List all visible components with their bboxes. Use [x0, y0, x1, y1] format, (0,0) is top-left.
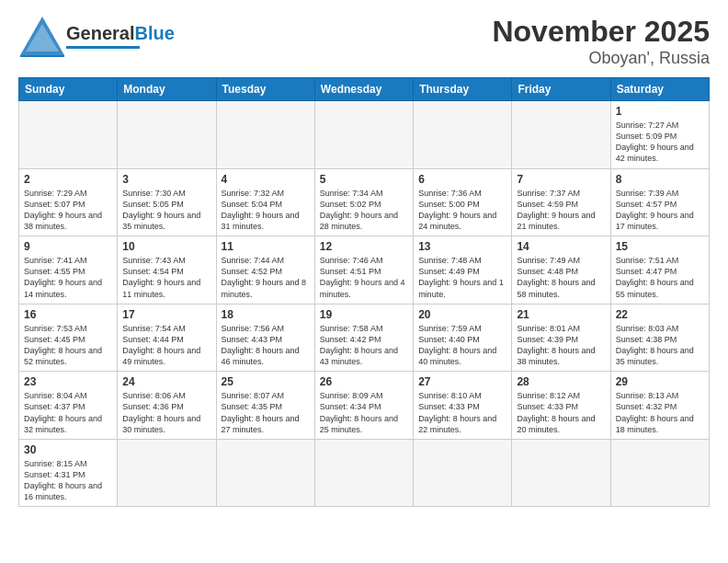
day-info: Sunrise: 7:39 AMSunset: 4:57 PMDaylight:…: [616, 188, 704, 233]
day-info: Sunrise: 8:10 AMSunset: 4:33 PMDaylight:…: [418, 390, 506, 435]
day-number: 25: [222, 375, 310, 388]
day-number: 18: [222, 308, 310, 321]
table-row: 10Sunrise: 7:43 AMSunset: 4:54 PMDayligh…: [118, 236, 216, 304]
day-info: Sunrise: 7:44 AMSunset: 4:52 PMDaylight:…: [222, 255, 310, 300]
day-number: 29: [616, 375, 704, 388]
logo-underline: [66, 46, 140, 49]
day-info: Sunrise: 7:41 AMSunset: 4:55 PMDaylight:…: [24, 255, 112, 300]
table-row: 26Sunrise: 8:09 AMSunset: 4:34 PMDayligh…: [314, 372, 413, 440]
day-info: Sunrise: 7:56 AMSunset: 4:43 PMDaylight:…: [222, 323, 310, 368]
table-row: [314, 439, 413, 507]
table-row: [118, 101, 216, 169]
table-row: 2Sunrise: 7:29 AMSunset: 5:07 PMDaylight…: [19, 168, 118, 236]
col-saturday: Saturday: [610, 78, 709, 101]
day-number: 21: [517, 308, 605, 321]
day-info: Sunrise: 7:27 AMSunset: 5:09 PMDaylight:…: [616, 120, 704, 165]
table-row: [216, 101, 314, 169]
logo-text-area: GeneralBlue: [66, 23, 175, 49]
header: GeneralBlue November 2025 Oboyan', Russi…: [18, 15, 710, 68]
table-row: 19Sunrise: 7:58 AMSunset: 4:42 PMDayligh…: [314, 304, 413, 372]
calendar-subtitle: Oboyan', Russia: [492, 49, 710, 68]
day-info: Sunrise: 7:29 AMSunset: 5:07 PMDaylight:…: [24, 188, 112, 233]
table-row: [19, 101, 118, 169]
table-row: 12Sunrise: 7:46 AMSunset: 4:51 PMDayligh…: [314, 236, 413, 304]
day-number: 7: [517, 173, 605, 186]
col-wednesday: Wednesday: [314, 78, 413, 101]
table-row: [216, 439, 314, 507]
day-number: 28: [517, 375, 605, 388]
col-monday: Monday: [118, 78, 216, 101]
day-number: 27: [418, 375, 506, 388]
table-row: [118, 439, 216, 507]
day-number: 8: [616, 173, 704, 186]
day-info: Sunrise: 8:04 AMSunset: 4:37 PMDaylight:…: [24, 390, 112, 435]
day-info: Sunrise: 8:15 AMSunset: 4:31 PMDaylight:…: [24, 458, 112, 503]
calendar-title: November 2025: [492, 15, 710, 49]
col-tuesday: Tuesday: [216, 78, 314, 101]
table-row: 29Sunrise: 8:13 AMSunset: 4:32 PMDayligh…: [610, 372, 709, 440]
day-info: Sunrise: 7:53 AMSunset: 4:45 PMDaylight:…: [24, 323, 112, 368]
day-number: 30: [24, 443, 112, 456]
table-row: 22Sunrise: 8:03 AMSunset: 4:38 PMDayligh…: [610, 304, 709, 372]
day-info: Sunrise: 8:13 AMSunset: 4:32 PMDaylight:…: [616, 390, 704, 435]
table-row: 3Sunrise: 7:30 AMSunset: 5:05 PMDaylight…: [118, 168, 216, 236]
table-row: [512, 439, 610, 507]
table-row: 24Sunrise: 8:06 AMSunset: 4:36 PMDayligh…: [118, 372, 216, 440]
day-number: 20: [418, 308, 506, 321]
logo-icon: [18, 15, 66, 57]
table-row: 15Sunrise: 7:51 AMSunset: 4:47 PMDayligh…: [610, 236, 709, 304]
day-number: 23: [24, 375, 112, 388]
day-info: Sunrise: 8:12 AMSunset: 4:33 PMDaylight:…: [517, 390, 605, 435]
logo: GeneralBlue: [18, 15, 175, 57]
day-info: Sunrise: 7:58 AMSunset: 4:42 PMDaylight:…: [320, 323, 408, 368]
day-number: 19: [320, 308, 408, 321]
table-row: [414, 101, 512, 169]
table-row: 1Sunrise: 7:27 AMSunset: 5:09 PMDaylight…: [610, 101, 709, 169]
day-number: 13: [418, 240, 506, 253]
day-number: 16: [24, 308, 112, 321]
table-row: 28Sunrise: 8:12 AMSunset: 4:33 PMDayligh…: [512, 372, 610, 440]
table-row: 13Sunrise: 7:48 AMSunset: 4:49 PMDayligh…: [414, 236, 512, 304]
table-row: 6Sunrise: 7:36 AMSunset: 5:00 PMDaylight…: [414, 168, 512, 236]
table-row: 17Sunrise: 7:54 AMSunset: 4:44 PMDayligh…: [118, 304, 216, 372]
table-row: 14Sunrise: 7:49 AMSunset: 4:48 PMDayligh…: [512, 236, 610, 304]
table-row: [512, 101, 610, 169]
calendar-week-row: 2Sunrise: 7:29 AMSunset: 5:07 PMDaylight…: [19, 168, 710, 236]
calendar-header-row: Sunday Monday Tuesday Wednesday Thursday…: [19, 78, 710, 101]
calendar-week-row: 30Sunrise: 8:15 AMSunset: 4:31 PMDayligh…: [19, 439, 710, 507]
day-number: 15: [616, 240, 704, 253]
day-info: Sunrise: 8:07 AMSunset: 4:35 PMDaylight:…: [222, 390, 310, 435]
day-number: 4: [222, 173, 310, 186]
table-row: 20Sunrise: 7:59 AMSunset: 4:40 PMDayligh…: [414, 304, 512, 372]
col-friday: Friday: [512, 78, 610, 101]
day-number: 10: [122, 240, 210, 253]
title-area: November 2025 Oboyan', Russia: [492, 15, 710, 68]
table-row: [314, 101, 413, 169]
table-row: 16Sunrise: 7:53 AMSunset: 4:45 PMDayligh…: [19, 304, 118, 372]
day-number: 26: [320, 375, 408, 388]
day-number: 1: [616, 105, 704, 118]
col-thursday: Thursday: [414, 78, 512, 101]
table-row: 18Sunrise: 7:56 AMSunset: 4:43 PMDayligh…: [216, 304, 314, 372]
day-number: 11: [222, 240, 310, 253]
day-info: Sunrise: 7:43 AMSunset: 4:54 PMDaylight:…: [122, 255, 210, 300]
logo-text: GeneralBlue: [66, 23, 175, 43]
table-row: 4Sunrise: 7:32 AMSunset: 5:04 PMDaylight…: [216, 168, 314, 236]
day-number: 3: [122, 173, 210, 186]
table-row: [610, 439, 709, 507]
day-number: 6: [418, 173, 506, 186]
day-info: Sunrise: 7:49 AMSunset: 4:48 PMDaylight:…: [517, 255, 605, 300]
day-number: 14: [517, 240, 605, 253]
calendar-week-row: 23Sunrise: 8:04 AMSunset: 4:37 PMDayligh…: [19, 372, 710, 440]
table-row: 8Sunrise: 7:39 AMSunset: 4:57 PMDaylight…: [610, 168, 709, 236]
table-row: 5Sunrise: 7:34 AMSunset: 5:02 PMDaylight…: [314, 168, 413, 236]
table-row: 7Sunrise: 7:37 AMSunset: 4:59 PMDaylight…: [512, 168, 610, 236]
day-info: Sunrise: 8:01 AMSunset: 4:39 PMDaylight:…: [517, 323, 605, 368]
day-number: 12: [320, 240, 408, 253]
day-info: Sunrise: 7:30 AMSunset: 5:05 PMDaylight:…: [122, 188, 210, 233]
table-row: [414, 439, 512, 507]
day-number: 17: [122, 308, 210, 321]
calendar-week-row: 9Sunrise: 7:41 AMSunset: 4:55 PMDaylight…: [19, 236, 710, 304]
day-info: Sunrise: 7:51 AMSunset: 4:47 PMDaylight:…: [616, 255, 704, 300]
svg-rect-2: [20, 55, 64, 57]
